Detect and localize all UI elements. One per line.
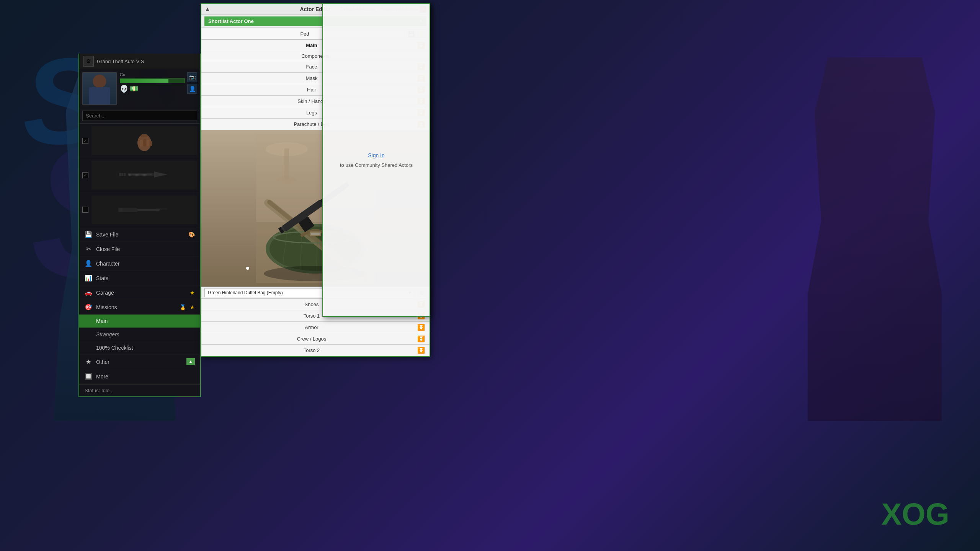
sign-in-link[interactable]: Sign In <box>368 152 385 158</box>
nav-save-file[interactable]: 💾 Save File 🎨 <box>79 227 200 242</box>
svg-rect-38 <box>311 233 320 235</box>
garage-star-icon: ★ <box>190 290 195 296</box>
health-bar <box>120 78 185 83</box>
other-star-icon: ★ <box>85 358 92 365</box>
svg-text:||||||||||||||||: |||||||||||||||| <box>129 174 147 176</box>
char-stats: Cu 💀 💵 <box>117 72 185 93</box>
svg-rect-4 <box>147 140 149 146</box>
more-label: More <box>96 373 108 380</box>
status-text: Status: Idle... <box>85 388 114 393</box>
svg-rect-10 <box>119 173 121 176</box>
character-label: Character <box>96 261 119 267</box>
char-avatar <box>82 72 117 105</box>
save-icon: 💾 <box>85 231 92 238</box>
weapon-img-knife: |||||||||||||||| <box>91 161 197 189</box>
svg-rect-11 <box>121 173 123 176</box>
save-label: Save File <box>96 231 118 238</box>
xb-logo: XOG <box>881 497 949 532</box>
section-armor[interactable]: Armor ⏬ <box>201 322 430 333</box>
other-label: Other <box>96 359 109 365</box>
toolbar-shirt-icon: ▲ <box>204 6 211 13</box>
nav-stats[interactable]: 📊 Stats <box>79 271 200 285</box>
main-label: Main <box>96 318 108 324</box>
shortlist-label: Shortlist Actor One <box>208 18 254 24</box>
nav-character[interactable]: 👤 Character <box>79 256 200 271</box>
strangers-label: Strangers <box>96 331 119 337</box>
char-preview: Cu 💀 💵 📷 👤 <box>79 69 200 108</box>
svg-rect-20 <box>119 208 121 212</box>
checklist-label: 100% Checklist <box>96 345 133 351</box>
char-icons: 💀 💵 <box>120 85 185 93</box>
nav-other[interactable]: ★ Other ▲ <box>79 355 200 369</box>
section-torso2-expand: ⏬ <box>417 347 425 354</box>
svg-rect-19 <box>137 209 160 211</box>
color-wheel-icon: 🎨 <box>188 231 195 238</box>
knife-svg: |||||||||||||||| <box>118 165 171 186</box>
weapon-item-hand: ✓ <box>79 124 200 158</box>
close-file-label: Close File <box>96 246 120 252</box>
svg-rect-18 <box>159 210 167 212</box>
svg-rect-2 <box>140 140 143 147</box>
section-armor-label: Armor <box>206 324 417 330</box>
hand-weapon-svg <box>129 127 160 154</box>
garage-icon: 🚗 <box>85 289 92 296</box>
nav-close-file[interactable]: ✂ Close File <box>79 242 200 256</box>
right-panel: Sign In to use Community Shared Actors <box>322 3 430 317</box>
nav-checklist[interactable]: 100% Checklist <box>79 341 200 355</box>
weapon-checkbox-hand[interactable]: ✓ <box>82 138 88 144</box>
bag-label: Green Hinterland Duffel Bag (Empty) <box>208 290 283 295</box>
stats-icon: 📊 <box>85 274 92 282</box>
stats-label: Stats <box>96 275 108 281</box>
section-crew[interactable]: Crew / Logos ⏬ <box>201 333 430 345</box>
svg-rect-5 <box>150 141 152 146</box>
sign-in-area: Sign In to use Community Shared Actors <box>332 4 420 316</box>
more-icon: 🔲 <box>85 373 92 380</box>
weapon-checkbox-rifle[interactable] <box>82 207 88 213</box>
left-panel-header: ⚙ Grand Theft Auto V S <box>79 54 200 69</box>
weapon-img-rifle <box>91 196 197 224</box>
cu-label: Cu <box>120 72 185 77</box>
avatar-body <box>89 87 110 104</box>
weapon-checkbox-knife[interactable]: ✓ <box>82 172 88 178</box>
nav-main[interactable]: Main <box>79 315 200 328</box>
svg-rect-15 <box>118 208 137 212</box>
nav-strangers[interactable]: Strangers <box>79 328 200 341</box>
person-icon[interactable]: 👤 <box>187 84 197 94</box>
skull-icon: 💀 <box>120 85 128 93</box>
photo-icon[interactable]: 📷 <box>187 72 197 82</box>
missions-label: Missions <box>96 304 117 310</box>
weapon-img-hand <box>91 126 197 155</box>
nav-garage[interactable]: 🚗 Garage ★ <box>79 285 200 300</box>
section-crew-expand: ⏬ <box>417 335 425 342</box>
character-icon: 👤 <box>85 260 92 267</box>
svg-rect-12 <box>124 173 126 176</box>
nav-more[interactable]: 🔲 More <box>79 369 200 384</box>
weapon-item-rifle <box>79 192 200 227</box>
soldier-right-silhouette <box>808 57 942 421</box>
avatar-face <box>93 75 106 88</box>
garage-label: Garage <box>96 290 114 296</box>
other-upload-icon: ▲ <box>186 358 195 365</box>
section-crew-label: Crew / Logos <box>206 336 417 342</box>
missions-icon: 🎯 <box>85 303 92 311</box>
nav-missions[interactable]: 🎯 Missions 🥇 ★ <box>79 300 200 315</box>
missions-medal-icon: 🥇 <box>180 304 186 310</box>
missions-star-icon: ★ <box>190 304 195 310</box>
section-armor-expand: ⏬ <box>417 324 425 331</box>
panel-icon: ⚙ <box>83 56 94 67</box>
search-input[interactable] <box>82 111 197 121</box>
left-panel: ⚙ Grand Theft Auto V S Cu 💀 💵 📷 👤 <box>78 54 201 397</box>
close-file-icon: ✂ <box>85 245 92 253</box>
rifle-svg <box>118 199 171 220</box>
health-bar-fill <box>120 79 168 83</box>
money-icon: 💵 <box>130 85 138 93</box>
svg-rect-16 <box>131 212 136 219</box>
svg-marker-7 <box>154 171 167 178</box>
weapon-list: ✓ ✓ <box>79 124 200 227</box>
svg-rect-21 <box>121 208 122 212</box>
char-side-icons: 📷 👤 <box>185 72 197 94</box>
section-torso2-label: Torso 2 <box>206 347 417 353</box>
weapon-item-knife: ✓ |||||||||||||||| <box>79 158 200 192</box>
nav-menu: 💾 Save File 🎨 ✂ Close File 👤 Character 📊… <box>79 227 200 384</box>
section-torso2[interactable]: Torso 2 ⏬ <box>201 345 430 356</box>
